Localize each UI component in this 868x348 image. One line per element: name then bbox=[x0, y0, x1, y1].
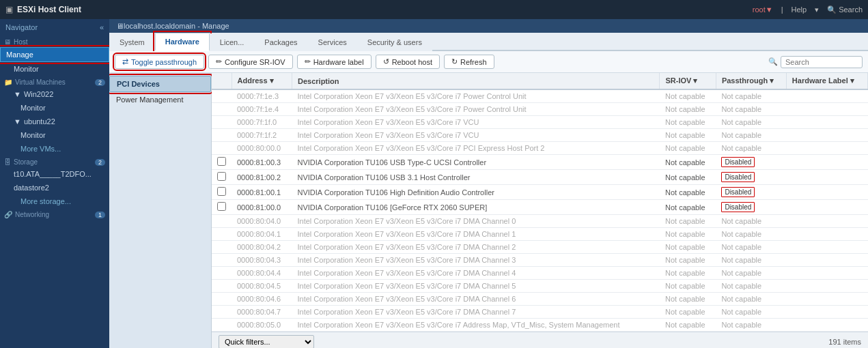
row-passthrough: Not capable bbox=[716, 129, 786, 142]
reboot-host-button[interactable]: ↺ Reboot host bbox=[376, 55, 440, 69]
row-sriov: Not capable bbox=[660, 200, 716, 215]
sidebar-item-win2022[interactable]: ▼ Win2022 bbox=[0, 87, 109, 101]
help-button[interactable]: Help bbox=[792, 5, 807, 14]
vm-label: Virtual Machines bbox=[15, 78, 95, 86]
col-hardware-label[interactable]: Hardware Label ▾ bbox=[786, 73, 867, 89]
sidebar-collapse-icon[interactable]: « bbox=[100, 23, 104, 31]
row-checkbox-cell bbox=[212, 319, 232, 332]
sidebar-item-monitor[interactable]: Monitor bbox=[0, 62, 109, 76]
row-description: NVIDIA Corporation TU106 [GeForce RTX 20… bbox=[292, 200, 660, 215]
row-address: 0000:80:04.6 bbox=[232, 293, 292, 306]
row-passthrough: Not capable bbox=[716, 267, 786, 280]
storage-label: Storage bbox=[14, 158, 95, 166]
table-row: 0000:80:04.5Intel Corporation Xeon E7 v3… bbox=[212, 280, 868, 293]
row-address: 0000:80:04.5 bbox=[232, 280, 292, 293]
row-description: Intel Corporation Xeon E7 v3/Xeon E5 v3/… bbox=[292, 116, 660, 129]
configure-sriov-button[interactable]: ✏ Configure SR-IOV bbox=[208, 55, 293, 69]
sidebar-item-win2022-monitor[interactable]: Monitor bbox=[0, 101, 109, 115]
tab-services[interactable]: Services bbox=[308, 33, 357, 51]
host-label: Host bbox=[14, 38, 105, 46]
row-description: Intel Corporation Xeon E7 v3/Xeon E5 v3/… bbox=[292, 129, 660, 142]
sidebar-item-more-vms[interactable]: More VMs... bbox=[0, 142, 109, 156]
row-hardware-label bbox=[786, 89, 867, 103]
row-passthrough: Not capable bbox=[716, 254, 786, 267]
row-description: Intel Corporation Xeon E7 v3/Xeon E5 v3/… bbox=[292, 306, 660, 319]
quick-filter-select[interactable]: Quick filters... bbox=[219, 335, 314, 348]
vm-icon-ubuntu: ▼ bbox=[14, 117, 21, 126]
user-display: root▼ bbox=[753, 5, 773, 14]
row-description: NVIDIA Corporation TU106 USB Type-C UCSI… bbox=[292, 155, 660, 170]
row-description: Intel Corporation Xeon E7 v3/Xeon E5 v3/… bbox=[292, 293, 660, 306]
sub-nav: PCI Devices Power Management bbox=[109, 73, 212, 348]
row-sriov: Not capable bbox=[660, 306, 716, 319]
tab-packages[interactable]: Packages bbox=[254, 33, 307, 51]
search-area: 🔍 Search bbox=[827, 5, 863, 14]
row-hardware-label bbox=[786, 185, 867, 200]
breadcrumb-text: localhost.localdomain - Manage bbox=[124, 22, 229, 30]
toggle-passthrough-icon: ⇄ bbox=[122, 57, 128, 66]
search-input[interactable] bbox=[781, 56, 863, 68]
sidebar-item-manage[interactable]: Manage bbox=[0, 47, 109, 62]
row-passthrough: Not capable bbox=[716, 228, 786, 241]
col-sriov[interactable]: SR-IOV ▾ bbox=[660, 73, 716, 89]
sidebar-item-storage1[interactable]: t10.ATA_____T2DFO... bbox=[0, 167, 109, 181]
row-checkbox[interactable] bbox=[217, 202, 226, 211]
sub-nav-power-management[interactable]: Power Management bbox=[109, 92, 211, 107]
row-hardware-label bbox=[786, 293, 867, 306]
row-sriov: Not capable bbox=[660, 267, 716, 280]
manage-label: Manage bbox=[6, 50, 33, 59]
refresh-button[interactable]: ↻ Refresh bbox=[444, 55, 494, 69]
sidebar-item-ubuntu22-monitor[interactable]: Monitor bbox=[0, 128, 109, 142]
row-checkbox[interactable] bbox=[217, 157, 226, 166]
breadcrumb-bar: 🖥 localhost.localdomain - Manage bbox=[109, 19, 868, 33]
row-checkbox[interactable] bbox=[217, 187, 226, 196]
tab-system[interactable]: System bbox=[109, 33, 155, 51]
table-row: 0000:81:00.3NVIDIA Corporation TU106 USB… bbox=[212, 155, 868, 170]
tab-security[interactable]: Security & users bbox=[357, 33, 432, 51]
row-sriov: Not capable bbox=[660, 89, 716, 103]
table-row: 0000:81:00.1NVIDIA Corporation TU106 Hig… bbox=[212, 185, 868, 200]
sub-nav-pci-devices[interactable]: PCI Devices bbox=[109, 76, 211, 92]
row-description: Intel Corporation Xeon E7 v3/Xeon E5 v3/… bbox=[292, 280, 660, 293]
table-row: 0000:80:04.0Intel Corporation Xeon E7 v3… bbox=[212, 215, 868, 228]
search-label-title[interactable]: Search bbox=[839, 5, 863, 14]
hardware-label-label: Hardware label bbox=[313, 58, 364, 66]
table-row: 0000:80:04.2Intel Corporation Xeon E7 v3… bbox=[212, 241, 868, 254]
toggle-passthrough-button[interactable]: ⇄ Toggle passthrough bbox=[115, 55, 204, 69]
sidebar-item-ubuntu22[interactable]: ▼ ubuntu22 bbox=[0, 115, 109, 128]
table-row: 0000:80:05.0Intel Corporation Xeon E7 v3… bbox=[212, 319, 868, 332]
row-checkbox[interactable] bbox=[217, 172, 226, 181]
monitor-label: Monitor bbox=[14, 65, 39, 73]
row-description: NVIDIA Corporation TU106 USB 3.1 Host Co… bbox=[292, 170, 660, 185]
table-row: 0000:7f:1f.0Intel Corporation Xeon E7 v3… bbox=[212, 116, 868, 129]
col-description[interactable]: Description bbox=[292, 73, 660, 89]
row-passthrough: Not capable bbox=[716, 142, 786, 155]
tab-hardware[interactable]: Hardware bbox=[155, 33, 210, 51]
tab-licensing[interactable]: Licen... bbox=[210, 33, 254, 51]
row-description: Intel Corporation Xeon E7 v3/Xeon E5 v3/… bbox=[292, 89, 660, 103]
row-address: 0000:81:00.0 bbox=[232, 200, 292, 215]
table-header-row: Address ▾ Description SR-IOV ▾ Passthrou… bbox=[212, 73, 868, 89]
content-area: 🖥 localhost.localdomain - Manage System … bbox=[109, 19, 868, 348]
ubuntu22-monitor-label: Monitor bbox=[20, 131, 46, 139]
row-passthrough: Disabled bbox=[716, 185, 786, 200]
row-checkbox-cell bbox=[212, 241, 232, 254]
tabs-bar: System Hardware Licen... Packages Servic… bbox=[109, 33, 868, 51]
row-passthrough: Not capable bbox=[716, 319, 786, 332]
row-checkbox-cell bbox=[212, 170, 232, 185]
table-body: 0000:7f:1e.3Intel Corporation Xeon E7 v3… bbox=[212, 89, 868, 332]
col-passthrough[interactable]: Passthrough ▾ bbox=[716, 73, 786, 89]
row-hardware-label bbox=[786, 319, 867, 332]
row-hardware-label bbox=[786, 228, 867, 241]
disabled-badge: Disabled bbox=[721, 172, 755, 182]
disabled-badge: Disabled bbox=[721, 202, 755, 212]
row-hardware-label bbox=[786, 254, 867, 267]
sidebar-item-datastore2[interactable]: datastore2 bbox=[0, 181, 109, 194]
hardware-label-button[interactable]: ✏ Hardware label bbox=[297, 55, 372, 69]
col-address[interactable]: Address ▾ bbox=[232, 73, 292, 89]
row-address: 0000:81:00.3 bbox=[232, 155, 292, 170]
row-address: 0000:80:04.7 bbox=[232, 306, 292, 319]
sidebar-item-more-storage[interactable]: More storage... bbox=[0, 194, 109, 208]
row-sriov: Not capable bbox=[660, 142, 716, 155]
table-row: 0000:80:04.1Intel Corporation Xeon E7 v3… bbox=[212, 228, 868, 241]
